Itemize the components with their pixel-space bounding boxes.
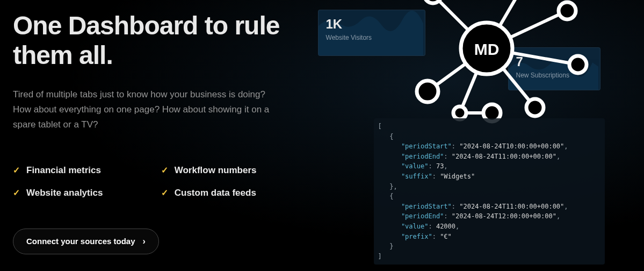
check-icon: ✓	[13, 165, 20, 175]
svg-point-8	[424, 0, 442, 3]
code-sample: [ { "periodStart": "2024-08-24T10:00:00+…	[374, 118, 605, 265]
illustration-panel: 1K Website Visitors 7 New Subscriptions	[309, 0, 644, 271]
logo-text: MD	[474, 40, 499, 58]
svg-point-11	[569, 56, 587, 73]
check-icon: ✓	[13, 188, 20, 198]
chevron-right-icon: ›	[143, 237, 146, 246]
feature-list: ✓ Financial metrics ✓ Workflow numbers ✓…	[13, 165, 299, 198]
svg-point-10	[559, 2, 576, 19]
svg-point-12	[526, 99, 544, 116]
check-icon: ✓	[161, 165, 168, 175]
feature-label: Workflow numbers	[175, 165, 257, 176]
hero-subtext: Tired of multiple tabs just to know how …	[13, 87, 271, 132]
feature-label: Website analytics	[26, 188, 103, 198]
check-icon: ✓	[161, 188, 168, 198]
feature-item: ✓ Custom data feeds	[161, 188, 299, 198]
hero-headline: One Dashboard to rule them all.	[13, 11, 299, 70]
network-graph-icon: MD	[374, 0, 599, 129]
feature-item: ✓ Workflow numbers	[161, 165, 299, 176]
feature-item: ✓ Financial metrics	[13, 165, 150, 176]
connect-sources-button[interactable]: Connect your sources today ›	[13, 229, 159, 254]
feature-label: Financial metrics	[26, 165, 101, 176]
cta-label: Connect your sources today	[26, 237, 135, 246]
feature-label: Custom data feeds	[175, 188, 256, 198]
svg-point-14	[453, 106, 466, 119]
feature-item: ✓ Website analytics	[13, 188, 150, 198]
svg-point-13	[417, 81, 438, 102]
